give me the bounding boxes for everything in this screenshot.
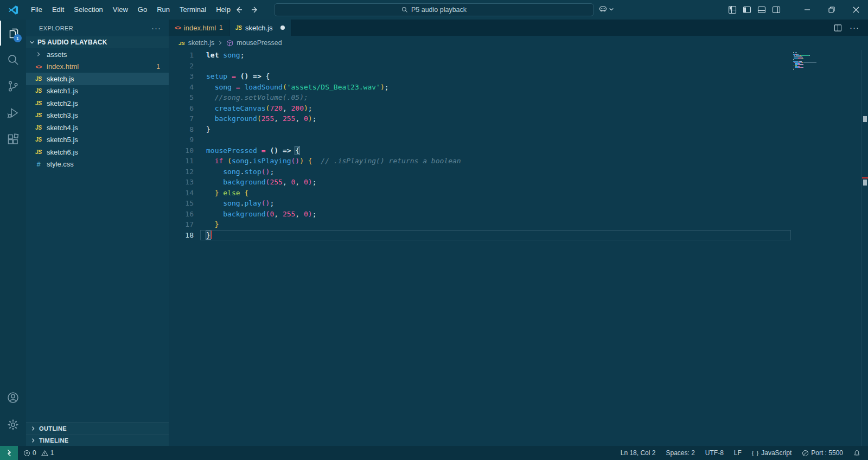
statusbar-port-5500[interactable]: Port : 5500 (802, 449, 843, 457)
symbol-cube-icon (226, 40, 233, 47)
section-outline[interactable]: OUTLINE (26, 422, 169, 434)
activity-explorer-button[interactable]: 1 (0, 21, 26, 46)
command-center-search[interactable]: P5 audio playback (274, 3, 594, 16)
code-line-15: 15song.play(); (169, 198, 868, 209)
copilot-button[interactable] (598, 4, 614, 14)
breadcrumb-symbol[interactable]: mousePressed (237, 39, 282, 47)
statusbar-lf[interactable]: LF (734, 449, 742, 457)
code-token: song (223, 168, 240, 176)
chevron-down-icon (609, 7, 614, 12)
statusbar-utf-8[interactable]: UTF-8 (705, 449, 724, 457)
file-row-style.css[interactable]: #style.css (26, 158, 169, 171)
current-line-highlight (200, 230, 791, 241)
code-token: { (295, 146, 299, 155)
warning-icon (41, 450, 48, 457)
overview-ruler[interactable] (861, 50, 868, 446)
breadcrumb-file[interactable]: sketch.js (188, 39, 215, 47)
js-file-icon: JS (235, 25, 242, 31)
code-token: () (291, 157, 300, 165)
split-editor-button[interactable] (834, 24, 842, 32)
menu-view[interactable]: View (108, 0, 133, 20)
activity-run-debug-button[interactable] (0, 100, 26, 125)
editor-more-actions-button[interactable]: ··· (850, 25, 859, 30)
line-number: 7 (169, 113, 194, 124)
code-editor[interactable]: 1let song;23setup = () => {4song = loadS… (169, 50, 868, 446)
code-line-16: 16background(0, 255, 0); (169, 209, 868, 220)
code-token: } (206, 231, 210, 239)
project-folder-header[interactable]: P5 AUDIO PLAYBACK (26, 36, 169, 48)
tab-index.html[interactable]: <>index.html1 (169, 20, 229, 36)
file-row-sketch6.js[interactable]: JSsketch6.js (26, 146, 169, 158)
close-window-button[interactable] (844, 0, 868, 20)
line-content: background(255, 255, 0); (194, 113, 317, 124)
code-token (236, 72, 240, 80)
tab-sketch.js[interactable]: JSsketch.js (229, 20, 291, 36)
file-row-sketch4.js[interactable]: JSsketch4.js (26, 122, 169, 134)
file-row-sketch1.js[interactable]: JSsketch1.js (26, 85, 169, 98)
code-line-12: 12song.stop(); (169, 167, 868, 177)
menu-edit[interactable]: Edit (47, 0, 69, 20)
statusbar-label: JavaScript (761, 449, 792, 457)
activity-search-button[interactable] (0, 47, 26, 72)
editor-region: <>index.html1JSsketch.js··· JS sketch.js… (169, 20, 868, 446)
text-cursor (210, 231, 212, 239)
statusbar-javascript[interactable]: { }JavaScript (752, 449, 792, 457)
section-timeline[interactable]: TIMELINE (26, 434, 169, 446)
code-token (304, 157, 308, 165)
menu-go[interactable]: Go (133, 0, 152, 20)
line-number: 9 (169, 135, 194, 145)
code-token (232, 83, 236, 91)
file-row-sketch5.js[interactable]: JSsketch5.js (26, 134, 169, 146)
statusbar-ln-18-col-2[interactable]: Ln 18, Col 2 (621, 449, 656, 457)
code-token: background (223, 210, 265, 218)
js-file-icon: JS (34, 137, 43, 143)
toggle-secondary-sidebar-button[interactable] (772, 5, 781, 14)
menu-file[interactable]: File (26, 0, 47, 20)
line-content: //song.setVolume(.05); (194, 92, 308, 103)
code-token: () (261, 168, 270, 176)
customize-layout-button[interactable] (728, 5, 737, 14)
code-token: , (283, 104, 291, 112)
minimap[interactable] (793, 52, 826, 70)
menu-terminal[interactable]: Terminal (175, 0, 211, 20)
toggle-panel-button[interactable] (757, 5, 766, 14)
code-token (248, 72, 253, 80)
dirty-indicator-icon[interactable] (280, 25, 285, 30)
code-token: 255 (283, 210, 295, 218)
line-content: song.play(); (194, 198, 274, 209)
activity-settings-button[interactable] (0, 412, 26, 437)
file-row-sketch3.js[interactable]: JSsketch3.js (26, 110, 169, 122)
menu-help[interactable]: Help (211, 0, 235, 20)
code-token: play (244, 199, 261, 207)
activity-accounts-button[interactable] (0, 385, 26, 410)
file-row-sketch2.js[interactable]: JSsketch2.js (26, 97, 169, 110)
forward-arrow-icon[interactable] (251, 5, 259, 14)
menu-run[interactable]: Run (152, 0, 175, 20)
file-row-assets[interactable]: assets (26, 48, 169, 61)
statusbar-bell[interactable] (853, 450, 860, 457)
code-token: ( (227, 157, 232, 165)
activity-source-control-button[interactable] (0, 74, 26, 99)
line-number: 8 (169, 124, 194, 135)
problems-errors[interactable]: 0 (23, 449, 36, 457)
menu-selection[interactable]: Selection (69, 0, 107, 20)
restore-button[interactable] (819, 0, 844, 20)
file-name: style.css (47, 160, 74, 168)
back-arrow-icon[interactable] (234, 5, 243, 14)
js-file-icon: JS (34, 112, 43, 118)
statusbar-label: UTF-8 (705, 449, 724, 457)
explorer-more-actions-button[interactable]: ··· (151, 25, 161, 31)
code-token: stop (244, 168, 261, 176)
file-row-index.html[interactable]: <>index.html1 (26, 61, 169, 73)
remote-indicator[interactable] (0, 446, 18, 460)
statusbar-spaces-2[interactable]: Spaces: 2 (666, 449, 694, 457)
code-line-8: 8} (169, 124, 868, 135)
code-token: 255 (270, 178, 282, 186)
code-line-17: 17} (169, 219, 868, 230)
activity-extensions-button[interactable] (0, 127, 26, 152)
line-number: 10 (169, 145, 194, 156)
file-row-sketch.js[interactable]: JSsketch.js (26, 73, 169, 85)
problems-warnings[interactable]: 1 (41, 449, 54, 457)
toggle-primary-sidebar-button[interactable] (743, 5, 751, 14)
minimize-button[interactable] (795, 0, 819, 20)
